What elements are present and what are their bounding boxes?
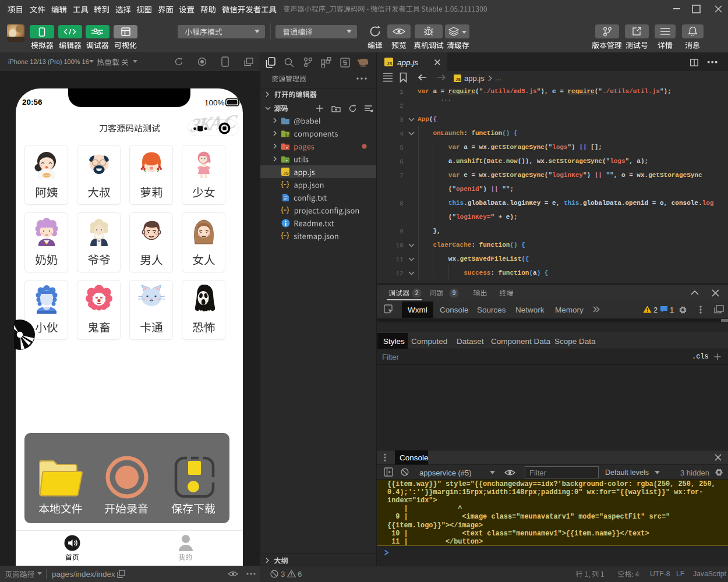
svg-text:JS: JS [455, 77, 461, 81]
svg-text:9: 9 [453, 290, 456, 296]
svg-text:JS: JS [283, 171, 288, 176]
svg-text:JS: JS [387, 61, 393, 66]
svg-text:2: 2 [415, 290, 419, 296]
